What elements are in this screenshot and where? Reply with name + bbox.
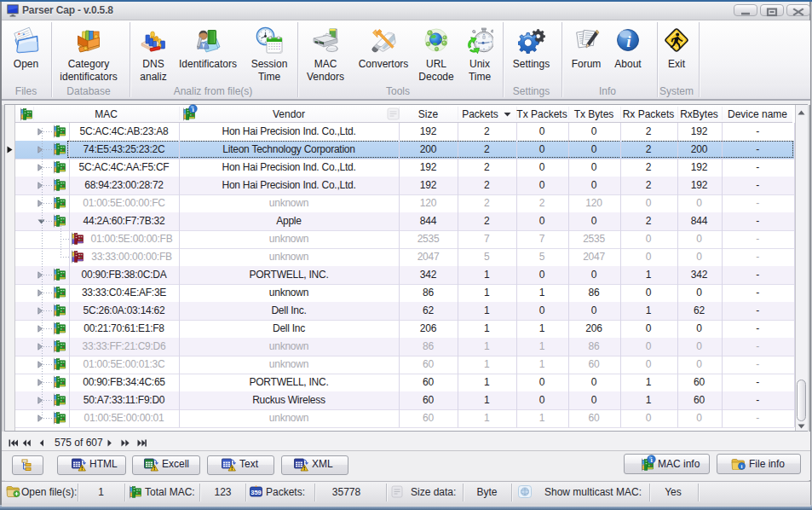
svg-text:i: i — [626, 32, 631, 50]
svg-text:359: 359 — [251, 489, 262, 496]
svg-text:i: i — [741, 463, 743, 470]
